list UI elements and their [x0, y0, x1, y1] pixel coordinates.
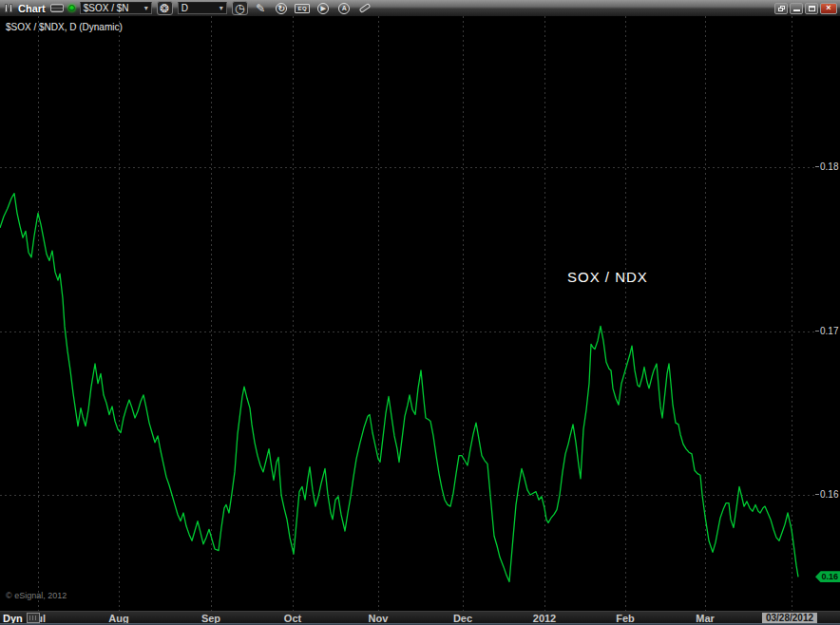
refresh-icon: ↻ [276, 3, 287, 14]
minimize-icon [793, 9, 800, 11]
maximize-icon [809, 6, 815, 11]
refresh-button[interactable]: ↻ [274, 1, 290, 15]
symbol-input[interactable]: $SOX / $N ▾ [80, 2, 152, 14]
dyn-options-icon[interactable] [27, 613, 40, 623]
window-title: Chart [18, 3, 46, 14]
price-axis-label: 0.16 [820, 489, 838, 500]
link-group-badge-icon[interactable] [50, 4, 64, 12]
clock-icon: ◷ [235, 2, 244, 15]
restore-icon [778, 6, 785, 11]
replay-button[interactable]: ▶ [315, 1, 332, 15]
price-axis[interactable]: 0.16 0.180.170.16 [815, 16, 840, 611]
instrument-label: $SOX / $NDX, D (Dynamic) [6, 22, 123, 32]
symbol-search-button[interactable]: ❂ [157, 1, 173, 15]
restore-button[interactable] [774, 3, 788, 14]
time-template-button[interactable]: ◷ [232, 1, 248, 15]
copyright-text: © eSignal, 2012 [6, 591, 67, 600]
letter-a-icon: A [338, 3, 350, 14]
chart-window-icon [3, 4, 13, 13]
chart-window: Chart $SOX / $N ▾ ❂ D ▾ ◷ ✎ ↻ EQ ▶ A [0, 0, 840, 625]
minimize-button[interactable] [790, 3, 803, 14]
time-axis[interactable]: JulAugSepOctNovDec2012FebMar Dyn 03/28/2… [0, 611, 840, 623]
close-button[interactable]: × [820, 3, 837, 14]
price-line-chart [0, 16, 815, 611]
dyn-tab-label: Dyn [3, 613, 23, 624]
chevron-down-icon[interactable]: ▾ [144, 4, 148, 12]
price-axis-label: 0.18 [820, 161, 838, 172]
symbol-value: $SOX / $N [84, 3, 129, 13]
quote-window-button[interactable]: EQ [295, 1, 311, 15]
play-icon: ▶ [317, 3, 329, 14]
auto-button[interactable]: A [336, 1, 353, 15]
time-axis-labels: JulAugSepOctNovDec2012FebMar [0, 612, 840, 623]
eraser-icon [359, 3, 372, 13]
quote-board-icon: EQ [295, 4, 310, 13]
data-status-indicator-icon [68, 5, 75, 11]
last-price-badge: 0.16 [815, 571, 840, 582]
chevron-down-icon[interactable]: ▾ [220, 4, 223, 12]
maximize-button[interactable] [805, 3, 818, 14]
interval-input[interactable]: D ▾ [178, 2, 227, 14]
eraser-button[interactable] [357, 1, 373, 15]
draw-tool-button[interactable]: ✎ [253, 1, 269, 15]
chart-text-annotation[interactable]: SOX / NDX [567, 269, 648, 285]
gear-icon: ❂ [160, 2, 169, 15]
pencil-icon: ✎ [256, 2, 265, 15]
chart-canvas[interactable]: $SOX / $NDX, D (Dynamic) SOX / NDX © eSi… [0, 16, 815, 611]
price-axis-label: 0.17 [820, 326, 838, 336]
title-bar: Chart $SOX / $N ▾ ❂ D ▾ ◷ ✎ ↻ EQ ▶ A [0, 0, 840, 16]
interval-value: D [181, 3, 188, 13]
